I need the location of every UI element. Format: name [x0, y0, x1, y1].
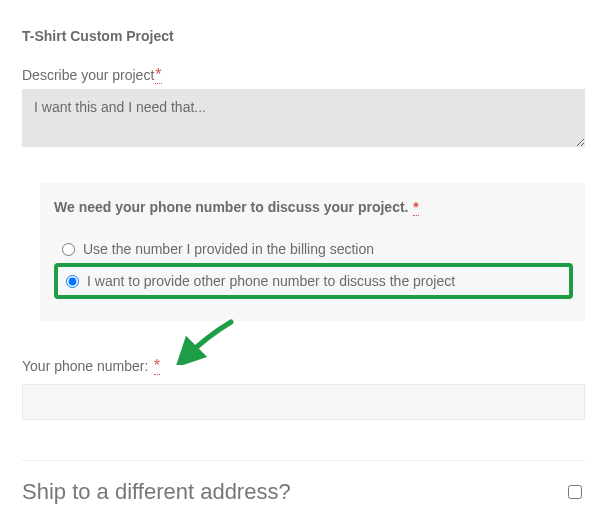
radio-use-billing[interactable]: [62, 243, 75, 256]
phone-section: We need your phone number to discuss you…: [40, 183, 585, 321]
radio-label-use-billing: Use the number I provided in the billing…: [83, 241, 374, 257]
ship-checkbox[interactable]: [568, 485, 582, 499]
required-asterisk: *: [413, 199, 418, 216]
describe-label: Describe your project: [22, 67, 154, 83]
radio-option-use-billing[interactable]: Use the number I provided in the billing…: [54, 237, 573, 261]
phone-input[interactable]: [22, 384, 585, 420]
required-asterisk: *: [154, 357, 160, 375]
radio-label-provide-other: I want to provide other phone number to …: [87, 273, 455, 289]
ship-different-address-row[interactable]: Ship to a different address?: [22, 479, 585, 505]
radio-option-provide-other[interactable]: I want to provide other phone number to …: [62, 271, 565, 291]
phone-label: Your phone number:: [22, 358, 148, 374]
highlighted-option-box: I want to provide other phone number to …: [54, 263, 573, 299]
describe-textarea[interactable]: [22, 89, 585, 147]
phone-section-title: We need your phone number to discuss you…: [54, 199, 408, 215]
section-title: T-Shirt Custom Project: [22, 28, 585, 44]
ship-label: Ship to a different address?: [22, 479, 291, 505]
divider: [22, 460, 585, 461]
required-asterisk: *: [155, 66, 161, 84]
radio-provide-other[interactable]: [66, 275, 79, 288]
